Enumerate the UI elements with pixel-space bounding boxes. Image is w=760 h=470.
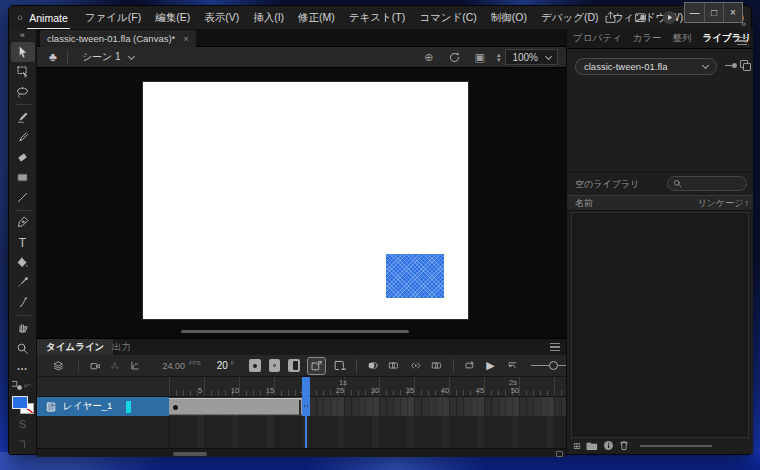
home-icon[interactable] bbox=[17, 11, 23, 24]
onion-skin-icon[interactable] bbox=[367, 359, 379, 372]
play-button[interactable]: ▶ bbox=[486, 359, 494, 372]
menu-commands[interactable]: コマンド(C) bbox=[412, 11, 484, 25]
ruler-frames[interactable] bbox=[169, 377, 566, 396]
asset-warp-tool[interactable] bbox=[11, 293, 35, 313]
fill-color-swatch[interactable] bbox=[12, 396, 28, 409]
eyedropper-tool[interactable] bbox=[11, 273, 35, 293]
menu-window[interactable]: ウィンドウ(W) bbox=[606, 11, 691, 25]
new-symbol-button[interactable]: ⊞ bbox=[573, 441, 581, 451]
hand-tool[interactable] bbox=[11, 318, 35, 338]
tab-color[interactable]: カラー bbox=[633, 32, 662, 45]
classic-brush-tool[interactable] bbox=[11, 127, 35, 147]
pasteboard[interactable] bbox=[37, 68, 566, 338]
free-transform-tool[interactable] bbox=[11, 62, 35, 82]
timeline-horizontal-scrollbar[interactable] bbox=[173, 452, 207, 456]
insert-blank-keyframe-button[interactable] bbox=[269, 359, 281, 372]
library-item-list[interactable] bbox=[571, 212, 749, 438]
collapse-tools-icon[interactable]: « bbox=[11, 29, 35, 42]
remove-frame-button[interactable] bbox=[333, 359, 347, 372]
minimize-button[interactable]: — bbox=[685, 3, 704, 22]
document-tab[interactable]: classic-tween-01.fla (Canvas)* × bbox=[40, 30, 196, 47]
line-tool[interactable] bbox=[11, 187, 35, 207]
share-icon[interactable] bbox=[604, 11, 617, 24]
insert-frame-button[interactable] bbox=[288, 359, 300, 372]
insert-keyframe-button[interactable] bbox=[249, 359, 261, 372]
resize-grip-icon[interactable] bbox=[556, 451, 563, 457]
tab-properties[interactable]: プロパティ bbox=[573, 32, 622, 45]
layers-icon[interactable] bbox=[53, 359, 64, 373]
paint-bucket-tool[interactable] bbox=[11, 253, 35, 273]
fluid-brush-tool[interactable] bbox=[11, 107, 35, 127]
new-library-panel-icon[interactable] bbox=[740, 60, 751, 71]
layer-name[interactable]: レイヤー_1 bbox=[63, 400, 112, 413]
library-document-dropdown[interactable]: classic-tween-01.fla bbox=[575, 58, 717, 75]
parenting-view-icon[interactable] bbox=[110, 360, 119, 372]
eraser-tool[interactable] bbox=[11, 147, 35, 167]
auto-keyframe-button-active[interactable] bbox=[307, 357, 326, 375]
zoom-level-dropdown[interactable]: 100% bbox=[505, 49, 558, 65]
column-linkage[interactable]: リンケージ bbox=[698, 197, 744, 210]
text-tool[interactable]: T bbox=[11, 233, 35, 253]
new-folder-button[interactable] bbox=[586, 441, 598, 451]
fps-value[interactable]: 24.00 bbox=[163, 361, 186, 371]
edit-scene-clover-icon[interactable]: ♣ bbox=[49, 50, 57, 64]
panel-collapse-icon[interactable]: » bbox=[741, 19, 746, 29]
straighten-option-icon[interactable] bbox=[11, 434, 35, 454]
rewind-icon[interactable] bbox=[507, 359, 518, 372]
loop-playback-icon[interactable] bbox=[464, 359, 475, 372]
rotate-stage-icon[interactable] bbox=[448, 51, 461, 64]
menu-file[interactable]: ファイル(F) bbox=[78, 11, 148, 25]
scene-dropdown-chevron-icon[interactable] bbox=[128, 52, 135, 59]
timeline-zoom-slider[interactable] bbox=[531, 360, 566, 372]
tab-timeline[interactable]: タイムライン bbox=[37, 339, 113, 355]
menu-edit[interactable]: 編集(E) bbox=[148, 11, 197, 25]
layer-row-header-selected[interactable]: レイヤー_1 bbox=[37, 397, 169, 416]
app-name[interactable]: Animate bbox=[29, 12, 68, 24]
stage-horizontal-scrollbar[interactable] bbox=[181, 330, 409, 333]
maximize-button[interactable]: □ bbox=[704, 3, 723, 22]
pen-tool[interactable] bbox=[11, 212, 35, 232]
edit-multiple-frames-icon[interactable] bbox=[410, 359, 422, 372]
tab-align[interactable]: 整列 bbox=[673, 32, 692, 45]
menu-text[interactable]: テキスト(T) bbox=[342, 11, 412, 25]
timeline-panel-menu-icon[interactable] bbox=[550, 343, 560, 351]
workspace-icon[interactable] bbox=[634, 11, 647, 24]
menu-control[interactable]: 制御(O) bbox=[484, 11, 534, 25]
current-frame-value[interactable]: 20 bbox=[217, 360, 228, 371]
layer-row[interactable]: レイヤー_1 bbox=[37, 397, 566, 416]
menu-debug[interactable]: デバッグ(D) bbox=[534, 11, 606, 25]
zoom-tool[interactable] bbox=[11, 338, 35, 358]
delete-item-button[interactable] bbox=[619, 440, 629, 451]
library-panel-menu-icon[interactable] bbox=[737, 37, 747, 45]
spin-down-icon[interactable]: ▾ bbox=[497, 57, 501, 62]
library-scrollbar[interactable] bbox=[640, 445, 712, 447]
center-stage-icon[interactable]: ⊕ bbox=[424, 51, 433, 64]
layer-highlight-color[interactable] bbox=[126, 401, 131, 413]
clip-content-icon[interactable]: ▣ bbox=[475, 51, 485, 64]
zoom-stepper[interactable]: ▴ ▾ bbox=[497, 52, 501, 62]
stage[interactable] bbox=[143, 82, 468, 319]
library-search-field[interactable] bbox=[667, 176, 747, 191]
menu-view[interactable]: 表示(V) bbox=[197, 11, 246, 25]
rectangle-tool[interactable] bbox=[11, 167, 35, 187]
properties-info-icon[interactable] bbox=[603, 440, 614, 451]
playhead[interactable] bbox=[302, 377, 310, 397]
modify-markers-icon[interactable] bbox=[431, 359, 443, 372]
graph-editor-icon[interactable] bbox=[130, 359, 140, 372]
close-button[interactable]: × bbox=[723, 3, 742, 22]
pin-library-icon[interactable] bbox=[725, 64, 737, 67]
snap-options[interactable] bbox=[11, 378, 35, 393]
tab-close-icon[interactable]: × bbox=[183, 33, 189, 44]
lasso-tool[interactable] bbox=[11, 82, 35, 102]
slider-handle[interactable] bbox=[549, 361, 558, 370]
onion-skin-outline-icon[interactable] bbox=[388, 359, 400, 372]
more-tools-icon[interactable]: ••• bbox=[11, 358, 35, 378]
selection-tool[interactable] bbox=[11, 42, 35, 62]
smooth-option-icon[interactable]: S bbox=[11, 414, 35, 434]
tab-output[interactable]: 出力 bbox=[103, 339, 140, 355]
quick-share-play-icon[interactable] bbox=[662, 10, 677, 25]
timeline-ruler[interactable]: ⊞ • 1s 2s 5 10 15 20 bbox=[37, 377, 566, 397]
frame-span[interactable] bbox=[169, 398, 302, 415]
column-name[interactable]: 名前 bbox=[575, 197, 593, 210]
menu-modify[interactable]: 修正(M) bbox=[291, 11, 342, 25]
